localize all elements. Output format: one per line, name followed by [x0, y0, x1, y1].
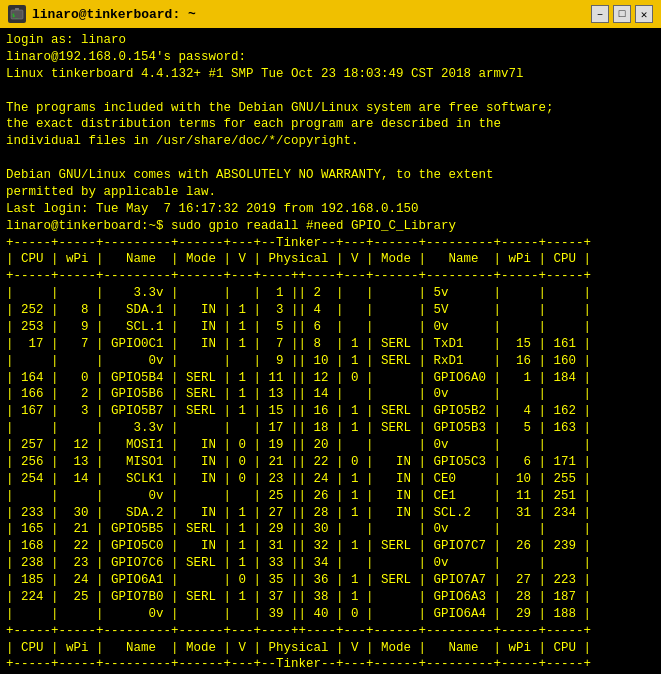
titlebar: $_ linaro@tinkerboard: ~ – □ ✕	[0, 0, 661, 28]
window-controls: – □ ✕	[591, 5, 653, 23]
app-icon: $_	[8, 5, 26, 23]
svg-rect-1	[15, 8, 19, 10]
terminal-window: $_ linaro@tinkerboard: ~ – □ ✕ login as:…	[0, 0, 661, 674]
terminal-output[interactable]: login as: linaro linaro@192.168.0.154's …	[0, 28, 661, 674]
maximize-button[interactable]: □	[613, 5, 631, 23]
window-title: linaro@tinkerboard: ~	[32, 7, 591, 22]
close-button[interactable]: ✕	[635, 5, 653, 23]
minimize-button[interactable]: –	[591, 5, 609, 23]
svg-text:$_: $_	[12, 12, 19, 19]
